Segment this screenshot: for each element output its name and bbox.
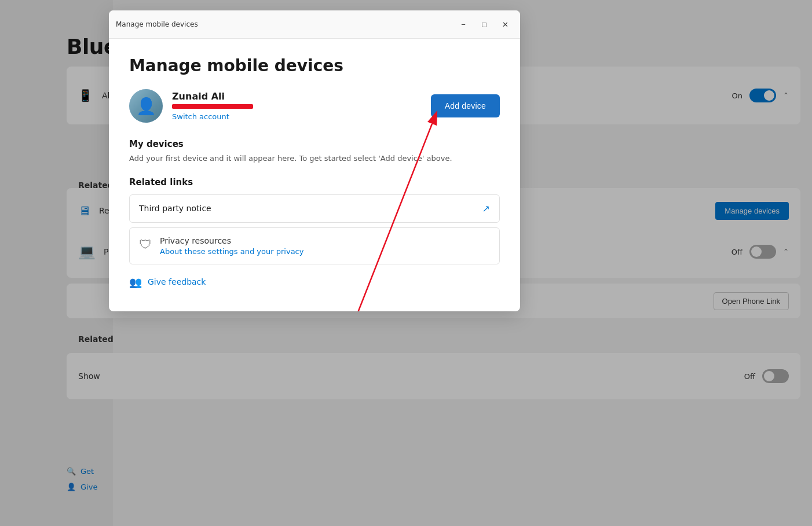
maximize-button[interactable]: □ [476,16,492,32]
add-device-button[interactable]: Add device [431,94,500,117]
manage-mobile-devices-dialog: Manage mobile devices − □ ✕ Manage mobil… [109,10,520,311]
user-section: Zunaid Ali Switch account Add device [129,89,500,123]
switch-account-link[interactable]: Switch account [172,112,253,121]
my-devices-heading: My devices [129,139,500,149]
avatar [129,89,163,123]
external-link-icon: ↗ [482,203,490,214]
minimize-button[interactable]: − [455,16,471,32]
shield-icon: 🛡 [139,237,152,252]
user-email-redacted [172,104,253,109]
user-name: Zunaid Ali [172,91,253,102]
give-feedback-label: Give feedback [148,277,206,286]
modal-body: Manage mobile devices Zunaid Ali Switch … [109,39,520,311]
modal-title: Manage mobile devices [116,20,451,28]
modal-titlebar: Manage mobile devices − □ ✕ [109,10,520,39]
privacy-resources-card[interactable]: 🛡 Privacy resources About these settings… [129,227,500,264]
privacy-resources-title: Privacy resources [160,236,303,245]
avatar-image [129,89,163,123]
user-info: Zunaid Ali Switch account [172,91,253,121]
give-feedback-row[interactable]: 👥 Give feedback [129,276,500,288]
my-devices-description: Add your first device and it will appear… [129,153,500,164]
close-button[interactable]: ✕ [497,16,513,32]
modal-heading: Manage mobile devices [129,56,500,75]
third-party-notice-card[interactable]: Third party notice ↗ [129,194,500,223]
privacy-link[interactable]: About these settings and your privacy [160,247,303,256]
privacy-card-content: Privacy resources About these settings a… [160,236,303,256]
feedback-icon: 👥 [129,276,142,288]
related-links-heading: Related links [129,177,500,187]
third-party-notice-label: Third party notice [139,204,482,213]
